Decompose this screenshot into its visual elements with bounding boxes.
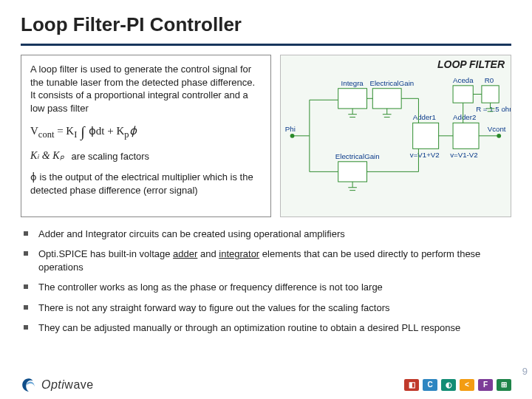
gain-top-block: [373, 89, 402, 109]
product-badge-icon: ◐: [441, 379, 456, 391]
logo: Optiwave: [21, 377, 94, 393]
page-title: Loop Filter-PI Controller: [21, 13, 511, 42]
formula-v: V: [30, 125, 38, 137]
vcont-label: Vcont: [488, 125, 506, 133]
title-underline: [21, 44, 511, 46]
intro-paragraph: A loop filter is used to generate the co…: [30, 63, 262, 115]
badge-glyph: F: [483, 381, 488, 389]
vcont-node: [497, 134, 502, 138]
formula-phidt: ϕdt + K: [89, 125, 124, 137]
product-badge-icon: C: [423, 379, 437, 391]
logo-icon: [21, 377, 37, 393]
adder2-label: Adder2: [453, 113, 476, 121]
formula-integral: ∫: [77, 123, 88, 140]
bullet-item: There is not any straight forward way to…: [24, 301, 508, 315]
badge-glyph: ◐: [446, 381, 452, 389]
formula-eq: = K: [54, 125, 74, 137]
aceda-label: Aceda: [453, 76, 474, 84]
bullet-item: Adder and Integrator circuits can be cre…: [24, 228, 508, 241]
bullet-text: They can be adjusted manually or through…: [38, 321, 460, 335]
product-badge-icon: ◧: [404, 379, 419, 391]
formula-phi: ϕ: [129, 125, 137, 137]
bullet-text: Opti.SPICE has built-in voltage adder an…: [38, 248, 508, 273]
diagram-title: LOOP FILTER: [437, 58, 505, 70]
phi-output-paragraph: ϕ is the output of the electrical multip…: [30, 171, 262, 197]
badge-row: ◧C◐<F⊞: [404, 379, 511, 391]
formula: Vcont = KI ∫ ϕdt + Kpϕ: [30, 122, 262, 142]
bullet-text: Adder and Integrator circuits can be cre…: [38, 228, 345, 241]
bullet-list: Adder and Integrator circuits can be cre…: [21, 228, 511, 335]
r0-block: [482, 86, 499, 103]
scaling-text: are scaling factors: [72, 150, 150, 163]
logo-text-a: Opti: [41, 378, 64, 391]
adder2-block: [453, 123, 479, 149]
bullet-marker-icon: [24, 284, 28, 289]
gain-bottom-block: [338, 162, 367, 182]
adder1-eq: v=V1+V2: [410, 151, 440, 159]
bullet-marker-icon: [24, 231, 28, 236]
product-badge-icon: <: [460, 379, 474, 391]
upper-row: A loop filter is used to generate the co…: [21, 55, 511, 217]
bullet-item: Opti.SPICE has built-in voltage adder an…: [24, 248, 508, 273]
product-badge-icon: F: [478, 379, 493, 391]
r0-label: R0: [485, 76, 494, 84]
page-number: 9: [522, 366, 528, 377]
badge-glyph: C: [427, 381, 432, 389]
badge-glyph: ⊞: [501, 381, 507, 389]
bullet-item: The controller works as long as the phas…: [24, 281, 508, 294]
phi-label: Phi: [285, 125, 296, 133]
scaling-row: Kᵢ & Kₚ are scaling factors: [30, 149, 262, 163]
wire: [310, 136, 338, 172]
bullet-text: The controller works as long as the phas…: [38, 281, 383, 294]
footer: Optiwave ◧C◐<F⊞: [21, 377, 511, 393]
logo-text: Optiwave: [41, 378, 94, 392]
loop-filter-diagram: Phi Integra ElectricalGain ElectricalGai…: [281, 55, 511, 216]
scaling-symbols: Kᵢ & Kₚ: [30, 149, 64, 163]
badge-glyph: ◧: [409, 381, 415, 389]
ground-icon: [383, 109, 392, 117]
logo-text-b: wave: [64, 378, 93, 391]
ground-icon: [349, 182, 358, 191]
ground-icon: [349, 109, 358, 117]
bullet-text: There is not any straight forward way to…: [38, 301, 389, 315]
integrator-label: Integra: [341, 79, 364, 87]
slide: Loop Filter-PI Controller A loop filter …: [0, 0, 532, 399]
adder1-label: Adder1: [413, 113, 436, 121]
bullet-marker-icon: [24, 251, 28, 256]
diagram-box: LOOP FILTER Phi Integra ElectricalGain E…: [280, 55, 511, 217]
wire: [293, 100, 338, 136]
product-badge-icon: ⊞: [497, 379, 511, 391]
bullet-marker-icon: [24, 325, 28, 330]
gain-bottom-label: ElectricalGain: [335, 152, 380, 160]
bullet-item: They can be adjusted manually or through…: [24, 321, 508, 335]
description-box: A loop filter is used to generate the co…: [21, 55, 271, 217]
adder1-block: [413, 123, 439, 149]
integrator-block: [338, 89, 367, 109]
bullet-marker-icon: [24, 305, 28, 310]
adder2-eq: v=V1-V2: [450, 151, 478, 159]
aceda-block: [453, 86, 473, 103]
formula-sub: cont: [38, 129, 55, 140]
gain-top-label: ElectricalGain: [370, 79, 415, 87]
badge-glyph: <: [465, 381, 469, 389]
